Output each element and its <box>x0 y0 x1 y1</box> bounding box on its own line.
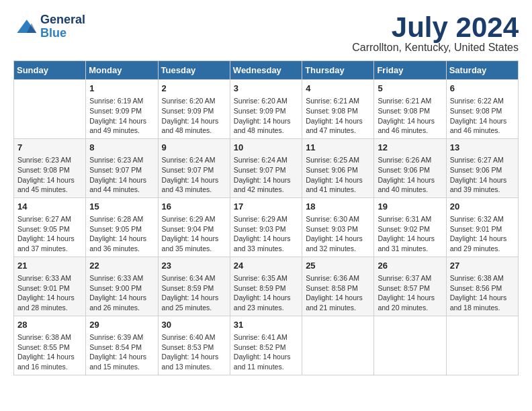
week-row-5: 28Sunrise: 6:38 AM Sunset: 8:55 PM Dayli… <box>14 316 519 375</box>
calendar-cell: 9Sunrise: 6:24 AM Sunset: 9:07 PM Daylig… <box>158 138 230 197</box>
day-info: Sunrise: 6:38 AM Sunset: 8:55 PM Dayligh… <box>17 332 82 372</box>
day-info: Sunrise: 6:21 AM Sunset: 9:08 PM Dayligh… <box>306 96 370 136</box>
day-number: 13 <box>450 142 515 154</box>
logo-icon <box>13 15 38 39</box>
calendar-table: SundayMondayTuesdayWednesdayThursdayFrid… <box>13 60 519 375</box>
day-number: 24 <box>234 260 298 272</box>
day-number: 16 <box>162 201 226 213</box>
day-number: 17 <box>234 201 298 213</box>
day-number: 7 <box>17 142 82 154</box>
day-info: Sunrise: 6:25 AM Sunset: 9:06 PM Dayligh… <box>306 155 370 195</box>
calendar-cell: 21Sunrise: 6:33 AM Sunset: 9:01 PM Dayli… <box>14 257 86 316</box>
header-thursday: Thursday <box>302 61 374 80</box>
calendar-cell: 19Sunrise: 6:31 AM Sunset: 9:02 PM Dayli… <box>374 197 446 257</box>
day-number: 27 <box>450 260 515 272</box>
calendar-cell: 17Sunrise: 6:29 AM Sunset: 9:03 PM Dayli… <box>230 197 302 257</box>
day-number: 29 <box>89 319 154 331</box>
calendar-cell: 13Sunrise: 6:27 AM Sunset: 9:06 PM Dayli… <box>446 138 518 197</box>
header-saturday: Saturday <box>446 61 518 80</box>
day-info: Sunrise: 6:39 AM Sunset: 8:54 PM Dayligh… <box>89 332 154 372</box>
day-number: 12 <box>378 142 442 154</box>
day-number: 18 <box>306 201 370 213</box>
calendar-subtitle: Carrollton, Kentucky, United States <box>352 42 519 54</box>
calendar-cell: 29Sunrise: 6:39 AM Sunset: 8:54 PM Dayli… <box>86 316 158 375</box>
week-row-2: 7Sunrise: 6:23 AM Sunset: 9:08 PM Daylig… <box>14 138 519 197</box>
calendar-cell: 26Sunrise: 6:37 AM Sunset: 8:57 PM Dayli… <box>374 257 446 316</box>
day-info: Sunrise: 6:29 AM Sunset: 9:04 PM Dayligh… <box>162 214 226 254</box>
day-info: Sunrise: 6:30 AM Sunset: 9:03 PM Dayligh… <box>306 214 370 254</box>
day-info: Sunrise: 6:38 AM Sunset: 8:56 PM Dayligh… <box>450 273 515 313</box>
day-number: 11 <box>306 142 370 154</box>
header-sunday: Sunday <box>14 61 86 80</box>
calendar-cell: 10Sunrise: 6:24 AM Sunset: 9:07 PM Dayli… <box>230 138 302 197</box>
day-number: 31 <box>234 319 298 331</box>
day-number: 14 <box>17 201 82 213</box>
day-number: 25 <box>306 260 370 272</box>
day-info: Sunrise: 6:20 AM Sunset: 9:09 PM Dayligh… <box>234 96 298 136</box>
calendar-cell: 2Sunrise: 6:20 AM Sunset: 9:09 PM Daylig… <box>158 80 230 139</box>
day-number: 1 <box>89 83 154 95</box>
calendar-cell: 8Sunrise: 6:23 AM Sunset: 9:07 PM Daylig… <box>86 138 158 197</box>
day-number: 19 <box>378 201 442 213</box>
calendar-cell: 24Sunrise: 6:35 AM Sunset: 8:59 PM Dayli… <box>230 257 302 316</box>
day-info: Sunrise: 6:21 AM Sunset: 9:08 PM Dayligh… <box>378 96 442 136</box>
day-info: Sunrise: 6:27 AM Sunset: 9:06 PM Dayligh… <box>450 155 515 195</box>
logo-line1: General <box>40 13 85 27</box>
day-info: Sunrise: 6:29 AM Sunset: 9:03 PM Dayligh… <box>234 214 298 254</box>
day-number: 20 <box>450 201 515 213</box>
calendar-body: 1Sunrise: 6:19 AM Sunset: 9:09 PM Daylig… <box>14 80 519 375</box>
day-info: Sunrise: 6:32 AM Sunset: 9:01 PM Dayligh… <box>450 214 515 254</box>
day-number: 21 <box>17 260 82 272</box>
day-info: Sunrise: 6:27 AM Sunset: 9:05 PM Dayligh… <box>17 214 82 254</box>
day-info: Sunrise: 6:40 AM Sunset: 8:53 PM Dayligh… <box>162 332 226 372</box>
calendar-cell: 5Sunrise: 6:21 AM Sunset: 9:08 PM Daylig… <box>374 80 446 139</box>
logo-line2: Blue <box>40 27 85 40</box>
day-info: Sunrise: 6:31 AM Sunset: 9:02 PM Dayligh… <box>378 214 442 254</box>
header-tuesday: Tuesday <box>158 61 230 80</box>
calendar-cell: 4Sunrise: 6:21 AM Sunset: 9:08 PM Daylig… <box>302 80 374 139</box>
day-info: Sunrise: 6:28 AM Sunset: 9:05 PM Dayligh… <box>89 214 154 254</box>
calendar-cell: 15Sunrise: 6:28 AM Sunset: 9:05 PM Dayli… <box>86 197 158 257</box>
calendar-cell: 16Sunrise: 6:29 AM Sunset: 9:04 PM Dayli… <box>158 197 230 257</box>
calendar-cell: 1Sunrise: 6:19 AM Sunset: 9:09 PM Daylig… <box>86 80 158 139</box>
day-number: 5 <box>378 83 442 95</box>
calendar-cell <box>302 316 374 375</box>
day-info: Sunrise: 6:24 AM Sunset: 9:07 PM Dayligh… <box>234 155 298 195</box>
day-number: 3 <box>234 83 298 95</box>
day-number: 23 <box>162 260 226 272</box>
day-info: Sunrise: 6:35 AM Sunset: 8:59 PM Dayligh… <box>234 273 298 313</box>
day-info: Sunrise: 6:23 AM Sunset: 9:07 PM Dayligh… <box>89 155 154 195</box>
calendar-cell: 12Sunrise: 6:26 AM Sunset: 9:06 PM Dayli… <box>374 138 446 197</box>
calendar-cell: 14Sunrise: 6:27 AM Sunset: 9:05 PM Dayli… <box>14 197 86 257</box>
week-row-3: 14Sunrise: 6:27 AM Sunset: 9:05 PM Dayli… <box>14 197 519 257</box>
calendar-cell: 3Sunrise: 6:20 AM Sunset: 9:09 PM Daylig… <box>230 80 302 139</box>
week-row-1: 1Sunrise: 6:19 AM Sunset: 9:09 PM Daylig… <box>14 80 519 139</box>
title-area: July 2024 Carrollton, Kentucky, United S… <box>352 13 519 54</box>
calendar-cell: 20Sunrise: 6:32 AM Sunset: 9:01 PM Dayli… <box>446 197 518 257</box>
calendar-cell <box>374 316 446 375</box>
calendar-cell: 23Sunrise: 6:34 AM Sunset: 8:59 PM Dayli… <box>158 257 230 316</box>
calendar-cell <box>446 316 518 375</box>
calendar-cell: 27Sunrise: 6:38 AM Sunset: 8:56 PM Dayli… <box>446 257 518 316</box>
day-info: Sunrise: 6:41 AM Sunset: 8:52 PM Dayligh… <box>234 332 298 372</box>
day-info: Sunrise: 6:22 AM Sunset: 9:08 PM Dayligh… <box>450 96 515 136</box>
calendar-cell: 6Sunrise: 6:22 AM Sunset: 9:08 PM Daylig… <box>446 80 518 139</box>
calendar-cell <box>14 80 86 139</box>
calendar-cell: 18Sunrise: 6:30 AM Sunset: 9:03 PM Dayli… <box>302 197 374 257</box>
calendar-cell: 28Sunrise: 6:38 AM Sunset: 8:55 PM Dayli… <box>14 316 86 375</box>
calendar-header: SundayMondayTuesdayWednesdayThursdayFrid… <box>14 61 519 80</box>
calendar-cell: 31Sunrise: 6:41 AM Sunset: 8:52 PM Dayli… <box>230 316 302 375</box>
day-info: Sunrise: 6:37 AM Sunset: 8:57 PM Dayligh… <box>378 273 442 313</box>
header-wednesday: Wednesday <box>230 61 302 80</box>
day-number: 2 <box>162 83 226 95</box>
header: General Blue July 2024 Carrollton, Kentu… <box>13 13 519 54</box>
logo: General Blue <box>13 13 85 40</box>
day-info: Sunrise: 6:33 AM Sunset: 9:00 PM Dayligh… <box>89 273 154 313</box>
day-number: 26 <box>378 260 442 272</box>
header-monday: Monday <box>86 61 158 80</box>
calendar-cell: 7Sunrise: 6:23 AM Sunset: 9:08 PM Daylig… <box>14 138 86 197</box>
calendar-cell: 30Sunrise: 6:40 AM Sunset: 8:53 PM Dayli… <box>158 316 230 375</box>
day-number: 9 <box>162 142 226 154</box>
day-number: 6 <box>450 83 515 95</box>
day-number: 4 <box>306 83 370 95</box>
